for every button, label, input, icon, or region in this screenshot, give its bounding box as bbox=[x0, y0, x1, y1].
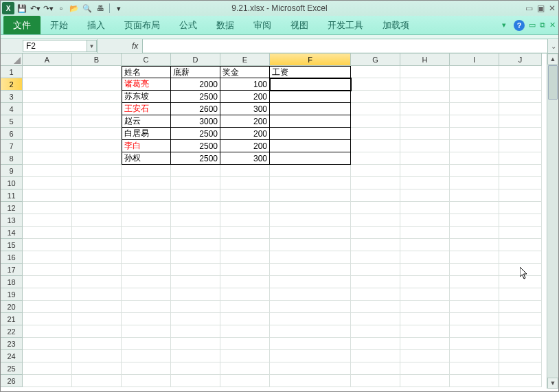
cell[interactable] bbox=[23, 276, 72, 288]
cell[interactable] bbox=[72, 103, 122, 115]
cell[interactable] bbox=[400, 115, 450, 128]
cell[interactable] bbox=[220, 251, 270, 264]
cell[interactable] bbox=[72, 350, 122, 362]
redo-icon[interactable]: ↷▾ bbox=[43, 3, 54, 14]
column-header[interactable]: J bbox=[499, 54, 542, 66]
cell[interactable] bbox=[400, 165, 450, 177]
cell[interactable] bbox=[351, 375, 400, 387]
cell[interactable] bbox=[23, 288, 72, 301]
cell[interactable] bbox=[499, 227, 542, 239]
cell[interactable] bbox=[400, 375, 450, 387]
cell[interactable] bbox=[400, 264, 450, 276]
doc-close-icon[interactable]: ✕ bbox=[549, 21, 556, 30]
cell[interactable]: 2500 bbox=[171, 140, 220, 152]
cell[interactable] bbox=[23, 165, 72, 177]
cell[interactable] bbox=[450, 251, 499, 264]
cell[interactable] bbox=[351, 264, 400, 276]
cell[interactable] bbox=[72, 66, 122, 78]
cell[interactable] bbox=[270, 214, 351, 227]
row-header[interactable]: 16 bbox=[1, 251, 23, 264]
cell[interactable] bbox=[450, 214, 499, 227]
help-icon[interactable]: ? bbox=[514, 20, 525, 31]
cell[interactable] bbox=[270, 313, 351, 325]
cell[interactable] bbox=[220, 227, 270, 239]
cell[interactable] bbox=[270, 325, 351, 338]
cell[interactable] bbox=[499, 350, 542, 362]
cell[interactable]: 姓名 bbox=[122, 66, 171, 78]
row-header[interactable]: 17 bbox=[1, 264, 23, 276]
cell[interactable] bbox=[499, 78, 542, 91]
cell[interactable] bbox=[23, 362, 72, 375]
cell[interactable] bbox=[270, 103, 351, 115]
cell[interactable]: 200 bbox=[220, 128, 270, 140]
cell[interactable] bbox=[450, 362, 499, 375]
cell[interactable] bbox=[171, 325, 220, 338]
cell[interactable] bbox=[220, 375, 270, 387]
cell[interactable] bbox=[450, 301, 499, 313]
row-header[interactable]: 5 bbox=[1, 115, 23, 128]
cell[interactable] bbox=[23, 128, 72, 140]
cell[interactable] bbox=[220, 214, 270, 227]
cell[interactable] bbox=[400, 103, 450, 115]
maximize-icon[interactable]: ▣ bbox=[537, 3, 545, 13]
row-header[interactable]: 1 bbox=[1, 66, 23, 78]
close-icon[interactable]: ✕ bbox=[549, 3, 556, 13]
row-header[interactable]: 8 bbox=[1, 152, 23, 165]
cell[interactable] bbox=[400, 288, 450, 301]
cell[interactable]: 孙权 bbox=[122, 152, 171, 165]
cell[interactable] bbox=[23, 66, 72, 78]
row-header[interactable]: 15 bbox=[1, 239, 23, 251]
cell[interactable] bbox=[72, 152, 122, 165]
cell[interactable] bbox=[270, 288, 351, 301]
cell[interactable] bbox=[351, 362, 400, 375]
cell[interactable] bbox=[499, 128, 542, 140]
cell[interactable] bbox=[351, 313, 400, 325]
cell[interactable] bbox=[400, 189, 450, 202]
cell[interactable] bbox=[270, 202, 351, 214]
cell[interactable] bbox=[351, 214, 400, 227]
cell[interactable] bbox=[400, 251, 450, 264]
cell[interactable] bbox=[72, 313, 122, 325]
cell[interactable] bbox=[171, 276, 220, 288]
cell[interactable] bbox=[220, 239, 270, 251]
new-icon[interactable]: ▫ bbox=[56, 3, 67, 14]
cell[interactable] bbox=[23, 91, 72, 103]
cell[interactable] bbox=[171, 214, 220, 227]
tab-review[interactable]: 审阅 bbox=[244, 16, 281, 34]
cell[interactable] bbox=[351, 288, 400, 301]
row-header[interactable]: 11 bbox=[1, 189, 23, 202]
cell[interactable] bbox=[171, 301, 220, 313]
cell[interactable] bbox=[351, 140, 400, 152]
open-icon[interactable]: 📂 bbox=[69, 3, 80, 14]
cell[interactable] bbox=[351, 91, 400, 103]
cell[interactable] bbox=[499, 313, 542, 325]
scroll-down-icon[interactable]: ▼ bbox=[547, 378, 558, 389]
cell[interactable] bbox=[122, 214, 171, 227]
cell[interactable] bbox=[171, 264, 220, 276]
cell[interactable]: 底薪 bbox=[171, 66, 220, 78]
cell[interactable] bbox=[122, 251, 171, 264]
cell[interactable] bbox=[171, 189, 220, 202]
cell[interactable] bbox=[499, 264, 542, 276]
cell[interactable] bbox=[499, 177, 542, 189]
cell[interactable] bbox=[270, 115, 351, 128]
cell[interactable] bbox=[270, 152, 351, 165]
cell[interactable] bbox=[400, 338, 450, 350]
cell[interactable]: 奖金 bbox=[220, 66, 270, 78]
cell[interactable] bbox=[351, 239, 400, 251]
column-header[interactable]: G bbox=[351, 54, 400, 66]
cell[interactable] bbox=[400, 325, 450, 338]
cell[interactable] bbox=[400, 177, 450, 189]
cell[interactable] bbox=[122, 350, 171, 362]
cell[interactable] bbox=[72, 140, 122, 152]
cell[interactable] bbox=[400, 78, 450, 91]
excel-icon[interactable]: X bbox=[2, 2, 14, 14]
cell[interactable] bbox=[450, 202, 499, 214]
cell[interactable] bbox=[72, 362, 122, 375]
cell[interactable] bbox=[450, 239, 499, 251]
tab-layout[interactable]: 页面布局 bbox=[115, 16, 170, 34]
row-header[interactable]: 3 bbox=[1, 91, 23, 103]
cell[interactable] bbox=[450, 375, 499, 387]
cell[interactable]: 苏东坡 bbox=[122, 91, 171, 103]
row-header[interactable]: 23 bbox=[1, 338, 23, 350]
